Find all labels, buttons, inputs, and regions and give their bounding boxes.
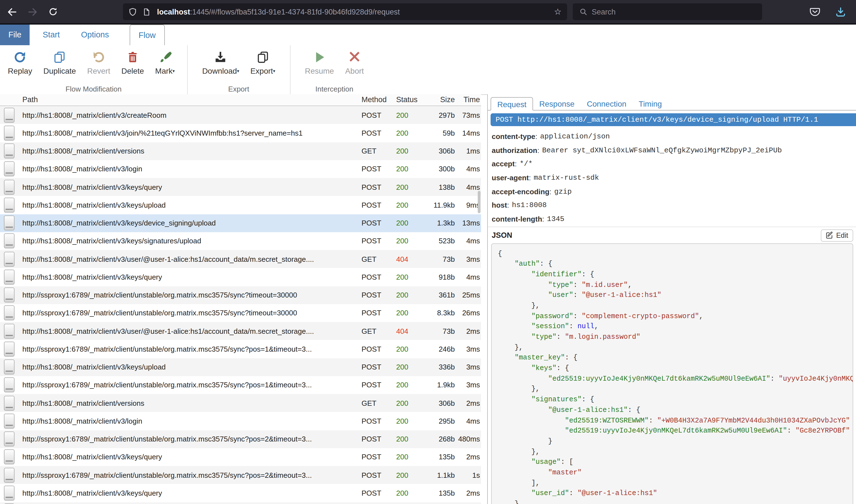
- content-type-label: JSON: [492, 231, 512, 239]
- flow-time: 3ms: [455, 381, 481, 389]
- flow-row[interactable]: http://hs1:8008/_matrix/client/v3/loginP…: [0, 412, 481, 430]
- flow-path: http://hs1:8008/_matrix/client/v3/login: [22, 417, 359, 425]
- flow-row[interactable]: http://ssproxy1:6789/_matrix/client/unst…: [0, 430, 481, 448]
- flow-row[interactable]: http://ssproxy1:6789/_matrix/client/unst…: [0, 466, 481, 484]
- flow-row[interactable]: http://hs1:8008/_matrix/client/versionsG…: [0, 142, 481, 160]
- column-header-time[interactable]: Time: [455, 96, 481, 104]
- flow-path: http://hs1:8008/_matrix/client/v3/keys/u…: [22, 363, 359, 371]
- json-line: "ed25519:uyyvIoJe4Kjy0nMKQeL7dt6kamRK2w5…: [498, 374, 853, 384]
- request-first-line[interactable]: POST http://hs1:8008/_matrix/client/v3/k…: [491, 113, 856, 126]
- flow-status: 404: [393, 327, 424, 335]
- flow-row[interactable]: [0, 502, 481, 504]
- json-line: "type": "m.login.password": [498, 332, 853, 342]
- flow-row[interactable]: http://ssproxy1:6789/_matrix/client/unst…: [0, 340, 481, 358]
- flow-row[interactable]: http://hs1:8008/_matrix/client/v3/join/%…: [0, 124, 481, 142]
- forward-icon[interactable]: [28, 7, 37, 17]
- flow-row[interactable]: http://hs1:8008/_matrix/client/v3/keys/q…: [0, 268, 481, 286]
- menu-item-options[interactable]: Options: [73, 24, 117, 45]
- flow-row[interactable]: http://hs1:8008/_matrix/client/v3/keys/u…: [0, 358, 481, 376]
- url-bar[interactable]: localhost:1445/#/flows/fba5f13d-91e1-437…: [123, 3, 567, 20]
- document-icon: [4, 215, 15, 231]
- flow-path: http://hs1:8008/_matrix/client/v3/user/@…: [22, 327, 359, 335]
- flow-row[interactable]: http://hs1:8008/_matrix/client/v3/keys/d…: [0, 214, 481, 232]
- tab-connection[interactable]: Connection: [581, 97, 633, 110]
- header-name: host: [492, 201, 507, 210]
- shield-icon[interactable]: [129, 7, 137, 16]
- reload-icon[interactable]: [48, 7, 58, 17]
- flow-path: http://hs1:8008/_matrix/client/v3/user/@…: [22, 255, 359, 263]
- duplicate-icon: [43, 51, 76, 65]
- flow-row[interactable]: http://ssproxy1:6789/_matrix/client/unst…: [0, 376, 481, 394]
- flow-status: 200: [393, 219, 424, 227]
- pocket-icon[interactable]: [809, 6, 820, 17]
- flow-row[interactable]: http://hs1:8008/_matrix/client/v3/loginP…: [0, 160, 481, 178]
- flow-row[interactable]: http://hs1:8008/_matrix/client/v3/keys/u…: [0, 196, 481, 214]
- flow-status: 200: [393, 147, 424, 155]
- json-content-view[interactable]: { "auth": { "identifier": { "type": "m.i…: [491, 243, 853, 504]
- export-button[interactable]: Export▾: [248, 48, 277, 75]
- flow-row[interactable]: http://hs1:8008/_matrix/client/v3/keys/q…: [0, 448, 481, 466]
- mark-button[interactable]: Mark▾: [153, 48, 177, 75]
- flow-time: 4ms: [455, 237, 481, 245]
- column-header-status[interactable]: Status: [393, 96, 424, 104]
- tab-request[interactable]: Request: [491, 97, 533, 110]
- flow-method: POST: [359, 291, 393, 299]
- flow-time: 3ms: [455, 363, 481, 371]
- flow-size: 11.9kb: [424, 201, 455, 209]
- flow-method: POST: [359, 183, 393, 191]
- flow-row[interactable]: http://hs1:8008/_matrix/client/v3/keys/q…: [0, 178, 481, 196]
- flow-method: POST: [359, 453, 393, 461]
- download-button[interactable]: Download▾: [200, 48, 242, 75]
- back-icon[interactable]: [7, 7, 17, 17]
- column-header-path[interactable]: Path: [22, 96, 359, 104]
- downloads-icon[interactable]: [835, 6, 846, 17]
- toolbar-group-label: Export: [188, 85, 290, 93]
- flow-row[interactable]: http://ssproxy1:6789/_matrix/client/unst…: [0, 304, 481, 322]
- header-value: gzip: [554, 187, 571, 196]
- json-line: "master_key": {: [498, 353, 853, 363]
- flow-icon-cell: [0, 378, 22, 393]
- flow-row[interactable]: http://hs1:8008/_matrix/client/v3/create…: [0, 106, 481, 124]
- search-bar[interactable]: Search: [573, 3, 762, 20]
- column-header-method[interactable]: Method: [359, 96, 393, 104]
- flow-row[interactable]: http://hs1:8008/_matrix/client/v3/user/@…: [0, 250, 481, 268]
- page-info-icon[interactable]: [142, 7, 150, 16]
- delete-icon: [121, 51, 144, 65]
- search-placeholder: Search: [592, 7, 616, 16]
- flow-row[interactable]: http://ssproxy1:6789/_matrix/client/unst…: [0, 286, 481, 304]
- header-value: */*: [520, 160, 533, 168]
- flow-method: POST: [359, 201, 393, 209]
- flow-row[interactable]: http://hs1:8008/_matrix/client/versionsG…: [0, 394, 481, 412]
- edit-button[interactable]: Edit: [821, 229, 853, 241]
- menu-item-file[interactable]: File: [0, 24, 30, 45]
- flow-icon-cell: [0, 359, 22, 375]
- revert-button[interactable]: Revert: [85, 48, 112, 75]
- replay-button[interactable]: Replay: [5, 48, 34, 75]
- flow-status: 200: [393, 381, 424, 389]
- menu-item-start[interactable]: Start: [34, 24, 68, 45]
- flow-time: 1s: [455, 471, 481, 479]
- search-icon: [579, 8, 587, 16]
- flow-row[interactable]: http://hs1:8008/_matrix/client/v3/keys/s…: [0, 232, 481, 250]
- tab-timing[interactable]: Timing: [633, 97, 668, 110]
- delete-button[interactable]: Delete: [119, 48, 146, 75]
- flow-row[interactable]: http://hs1:8008/_matrix/client/v3/keys/q…: [0, 484, 481, 502]
- flow-row[interactable]: http://hs1:8008/_matrix/client/v3/user/@…: [0, 322, 481, 340]
- duplicate-button[interactable]: Duplicate: [41, 48, 78, 75]
- tab-response[interactable]: Response: [533, 97, 581, 110]
- flow-icon-cell: [0, 431, 22, 447]
- column-header-size[interactable]: Size: [424, 96, 455, 104]
- flow-method: POST: [359, 381, 393, 389]
- flow-list-scrollbar[interactable]: [478, 191, 480, 213]
- bookmark-star-icon[interactable]: ☆: [554, 7, 562, 17]
- header-name: accept: [492, 160, 515, 168]
- header-line: accept:*/*: [492, 157, 854, 171]
- json-line: "signatures": {: [498, 395, 853, 405]
- flow-path: http://ssproxy1:6789/_matrix/client/unst…: [22, 435, 359, 443]
- flow-icon-cell: [0, 198, 22, 213]
- document-icon: [4, 270, 15, 285]
- resume-button[interactable]: Resume: [303, 48, 336, 75]
- abort-button[interactable]: Abort: [343, 48, 366, 75]
- flow-time: 4ms: [455, 165, 481, 173]
- menu-item-flow[interactable]: Flow: [130, 24, 165, 46]
